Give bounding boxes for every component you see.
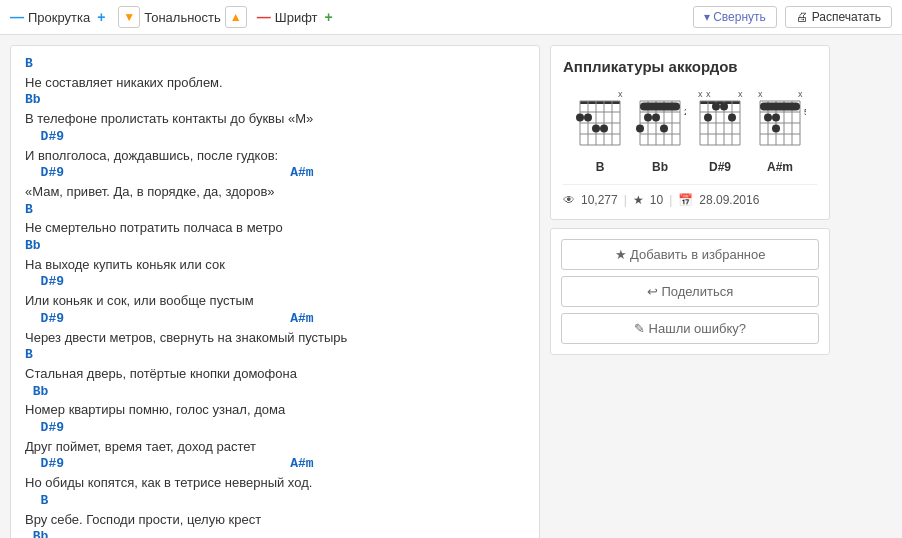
svg-text:x: x: [618, 89, 623, 99]
chord-line: B: [25, 347, 525, 364]
svg-text:x: x: [738, 89, 743, 99]
tone-up-icon[interactable]: ▲: [225, 6, 247, 28]
lyric-line: В телефоне пролистать контакты до буквы …: [25, 109, 525, 129]
toolbar-right: ▾ Свернуть 🖨 Распечатать: [693, 6, 892, 28]
chord-line: D#9 A#m: [25, 165, 525, 182]
svg-text:x: x: [798, 89, 803, 99]
font-group: — Шрифт +: [257, 10, 336, 25]
svg-rect-29: [640, 103, 680, 111]
views-icon: 👁: [563, 193, 575, 207]
right-panel: Аппликатуры аккордов xB2BbxxxD#95xxA#m 👁…: [550, 45, 830, 538]
svg-text:x: x: [698, 89, 703, 99]
lyric-line: Вру себе. Господи прости, целую крест: [25, 510, 525, 530]
main-content: BНе составляет никаких проблем.BbВ телеф…: [0, 35, 902, 538]
share-button[interactable]: ↩ Поделиться: [561, 276, 819, 307]
chord-diagram-svg: 2: [634, 85, 686, 157]
svg-point-16: [600, 125, 608, 133]
tone-label: Тональность: [144, 10, 221, 25]
svg-text:2: 2: [684, 107, 686, 117]
chord-line: D#9 A#m: [25, 456, 525, 473]
chord-diagrams: xB2BbxxxD#95xxA#m: [563, 85, 817, 174]
chord-line: D#9: [25, 129, 525, 146]
svg-text:x: x: [706, 89, 711, 99]
lyric-line: На выходе купить коньяк или сок: [25, 255, 525, 275]
svg-point-69: [772, 114, 780, 122]
favorite-button[interactable]: ★ Добавить в избранное: [561, 239, 819, 270]
calendar-icon: 📅: [678, 193, 693, 207]
lyric-line: И вполголоса, дождавшись, после гудков:: [25, 146, 525, 166]
svg-point-51: [704, 114, 712, 122]
svg-point-31: [652, 114, 660, 122]
chord-line: D#9: [25, 420, 525, 437]
lyric-line: Через двести метров, свернуть на знакомы…: [25, 328, 525, 348]
chord-line: D#9 A#m: [25, 311, 525, 328]
svg-point-33: [660, 125, 668, 133]
svg-point-70: [772, 125, 780, 133]
chord-line: B: [25, 493, 525, 510]
collapse-button[interactable]: ▾ Свернуть: [693, 6, 777, 28]
font-plus-icon[interactable]: +: [322, 10, 336, 24]
scroll-plus-icon[interactable]: +: [94, 10, 108, 24]
chord-diagram-svg: 5xx: [754, 85, 806, 157]
font-minus-icon[interactable]: —: [257, 10, 271, 24]
svg-point-32: [636, 125, 644, 133]
lyric-line: Или коньяк и сок, или вообще пустым: [25, 291, 525, 311]
chord-label: D#9: [709, 160, 731, 174]
svg-point-14: [584, 114, 592, 122]
chord-line: B: [25, 56, 525, 73]
printer-icon: 🖨: [796, 10, 808, 24]
chord-diagrams-title: Аппликатуры аккордов: [563, 58, 817, 75]
chord-diagram-svg: xxx: [694, 85, 746, 157]
favorites-count: 10: [650, 193, 663, 207]
chord-diagram-svg: x: [574, 85, 626, 157]
scroll-minus-icon[interactable]: —: [10, 10, 24, 24]
lyric-line: Не смертельно потратить полчаса в метро: [25, 218, 525, 238]
tone-down-icon[interactable]: ▼: [118, 6, 140, 28]
lyric-line: Друг поймет, время тает, доход растет: [25, 437, 525, 457]
lyric-line: «Мам, привет. Да, в порядке, да, здоров»: [25, 182, 525, 202]
tone-group: ▼ Тональность ▲: [118, 6, 247, 28]
svg-text:5: 5: [804, 107, 806, 117]
lyric-line: Не составляет никаких проблем.: [25, 73, 525, 93]
date-value: 28.09.2016: [699, 193, 759, 207]
star-icon: ★: [633, 193, 644, 207]
toolbar: — Прокрутка + ▼ Тональность ▲ — Шрифт + …: [0, 0, 902, 35]
chord-label: B: [596, 160, 605, 174]
chord-line: D#9: [25, 274, 525, 291]
chord-item[interactable]: xB: [574, 85, 626, 174]
chord-line: B: [25, 202, 525, 219]
chord-item[interactable]: 2Bb: [634, 85, 686, 174]
svg-point-15: [592, 125, 600, 133]
svg-point-68: [764, 114, 772, 122]
svg-point-49: [712, 103, 720, 111]
chord-item[interactable]: 5xxA#m: [754, 85, 806, 174]
scroll-label: Прокрутка: [28, 10, 90, 25]
chord-line: Bb: [25, 529, 525, 538]
views-count: 10,277: [581, 193, 618, 207]
chord-line: Bb: [25, 238, 525, 255]
print-button[interactable]: 🖨 Распечатать: [785, 6, 892, 28]
svg-point-13: [576, 114, 584, 122]
svg-point-30: [644, 114, 652, 122]
chord-line: Bb: [25, 384, 525, 401]
svg-rect-67: [760, 103, 800, 111]
scroll-group: — Прокрутка +: [10, 10, 108, 25]
chord-line: Bb: [25, 92, 525, 109]
action-buttons: ★ Добавить в избранное ↩ Поделиться ✎ На…: [550, 228, 830, 355]
svg-point-50: [720, 103, 728, 111]
chord-label: Bb: [652, 160, 668, 174]
chord-item[interactable]: xxxD#9: [694, 85, 746, 174]
error-button[interactable]: ✎ Нашли ошибку?: [561, 313, 819, 344]
chord-diagram-box: Аппликатуры аккордов xB2BbxxxD#95xxA#m 👁…: [550, 45, 830, 220]
lyric-line: Номер квартиры помню, голос узнал, дома: [25, 400, 525, 420]
lyric-line: Но обиды копятся, как в тетрисе неверный…: [25, 473, 525, 493]
font-label: Шрифт: [275, 10, 318, 25]
stats-line: 👁 10,277 | ★ 10 | 📅 28.09.2016: [563, 184, 817, 207]
svg-text:x: x: [758, 89, 763, 99]
lyric-line: Стальная дверь, потёртые кнопки домофона: [25, 364, 525, 384]
print-label: Распечатать: [812, 10, 881, 24]
svg-point-52: [728, 114, 736, 122]
chord-label: A#m: [767, 160, 793, 174]
lyrics-area: BНе составляет никаких проблем.BbВ телеф…: [10, 45, 540, 538]
